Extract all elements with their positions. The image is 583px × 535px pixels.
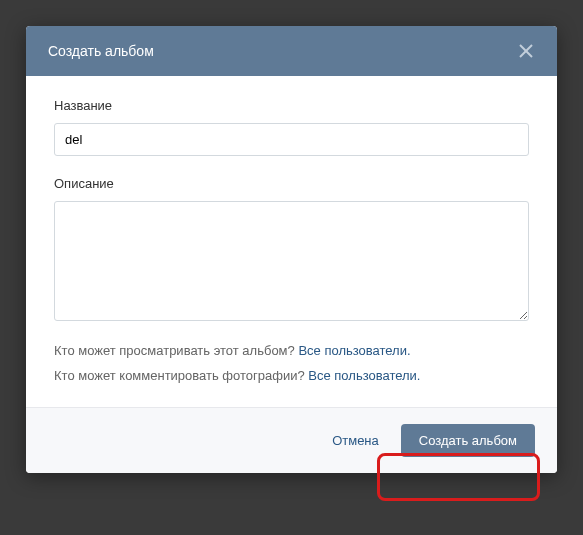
modal-title: Создать альбом xyxy=(48,43,154,59)
close-icon[interactable] xyxy=(517,42,535,60)
privacy-comment-link[interactable]: Все пользователи. xyxy=(308,368,420,383)
privacy-comment-row: Кто может комментировать фотографии? Все… xyxy=(54,368,529,383)
privacy-view-row: Кто может просматривать этот альбом? Все… xyxy=(54,343,529,358)
name-input[interactable] xyxy=(54,123,529,156)
modal-header: Создать альбом xyxy=(26,26,557,76)
description-textarea[interactable] xyxy=(54,201,529,321)
create-album-modal: Создать альбом Название Описание Кто мож… xyxy=(26,26,557,473)
modal-body: Название Описание Кто может просматриват… xyxy=(26,76,557,407)
privacy-view-link[interactable]: Все пользователи. xyxy=(298,343,410,358)
name-label: Название xyxy=(54,98,529,113)
cancel-button[interactable]: Отмена xyxy=(322,425,389,456)
description-label: Описание xyxy=(54,176,529,191)
create-album-button[interactable]: Создать альбом xyxy=(401,424,535,457)
privacy-comment-question: Кто может комментировать фотографии? xyxy=(54,368,308,383)
modal-footer: Отмена Создать альбом xyxy=(26,407,557,473)
privacy-view-question: Кто может просматривать этот альбом? xyxy=(54,343,298,358)
